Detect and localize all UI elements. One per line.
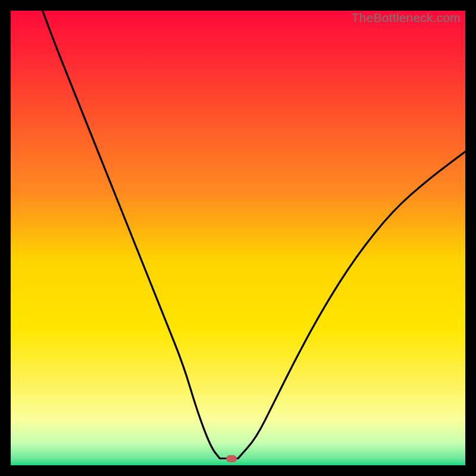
bottleneck-marker — [226, 455, 237, 462]
bottleneck-curve — [11, 11, 465, 465]
chart-frame: TheBottleneck.com — [0, 0, 476, 476]
plot-area: TheBottleneck.com — [11, 11, 465, 465]
